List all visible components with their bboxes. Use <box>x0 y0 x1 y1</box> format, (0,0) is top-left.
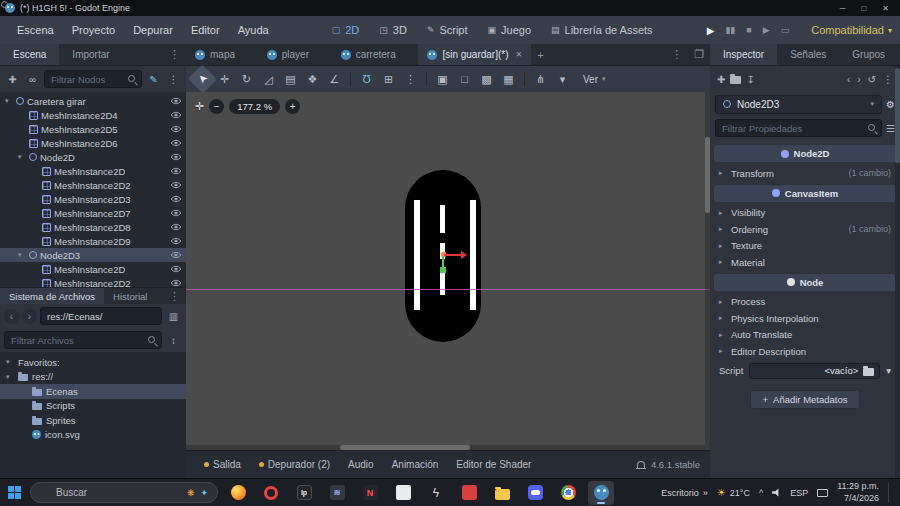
menu-ayuda[interactable]: Ayuda <box>229 22 278 38</box>
filesystem-item[interactable]: ▾ res:// <box>0 370 186 385</box>
expand-arrow-icon[interactable]: ▾ <box>6 373 14 381</box>
category-node[interactable]: ▸ Node <box>714 274 896 291</box>
inspector-menu-icon[interactable]: ⋮ <box>883 74 893 85</box>
close-tab-icon[interactable]: ✕ <box>516 50 523 59</box>
history-back-icon[interactable]: ‹ <box>847 74 850 85</box>
add-node-icon[interactable]: ✚ <box>4 70 21 88</box>
expand-viewport-icon[interactable]: ❐ <box>688 44 710 65</box>
viewport-canvas[interactable]: ✛ − 177.2 % + <box>186 92 710 450</box>
expand-arrow-icon[interactable]: ▾ <box>18 153 26 161</box>
scene-tabs-menu-icon[interactable]: ⋮ <box>665 44 688 65</box>
category-node2d[interactable]: ▸ Node2D <box>714 145 896 162</box>
inspector-scrollbar[interactable] <box>895 66 900 478</box>
script-value-dropdown[interactable]: <vacío> <box>749 363 880 379</box>
visibility-eye-icon[interactable] <box>170 265 182 273</box>
filesystem-menu-icon[interactable]: ⋮ <box>163 288 186 304</box>
taskbar-app-tool[interactable]: ϟ <box>423 481 449 505</box>
expand-arrow-icon[interactable]: ▸ <box>719 258 726 266</box>
taskbar-app-lp[interactable]: lp <box>291 481 317 505</box>
left-dock-menu-icon[interactable]: ⋮ <box>163 44 186 65</box>
list-select-tool-icon[interactable]: ▤ <box>280 69 301 89</box>
scrollbar-thumb[interactable] <box>340 445 470 450</box>
scene-tree-node[interactable]: ▾ MeshInstance2D7 <box>0 206 186 220</box>
start-button[interactable] <box>6 484 23 501</box>
taskbar-search[interactable]: ❋ ✦ <box>30 482 218 503</box>
new-scene-tab-button[interactable]: + <box>531 44 549 65</box>
section-ordering[interactable]: ▸ Ordering (1 cambio) <box>710 221 900 238</box>
panel-depurador[interactable]: Depurador (2) <box>251 459 338 470</box>
filter-properties-input[interactable] <box>715 119 882 137</box>
panel-audio[interactable]: Audio <box>340 459 382 470</box>
visibility-eye-icon[interactable] <box>170 111 182 119</box>
chevron-down-icon[interactable]: ▾ <box>886 365 891 376</box>
snap-options-icon[interactable]: ⋮ <box>400 69 421 89</box>
section-physics-interpolation[interactable]: ▸ Physics Interpolation <box>710 310 900 327</box>
add-metadata-button[interactable]: + Añadir Metadatos <box>750 390 859 409</box>
nav-back-icon[interactable]: ‹ <box>4 309 19 324</box>
move-tool-icon[interactable]: ✛ <box>214 69 235 89</box>
load-script-icon[interactable] <box>863 368 874 376</box>
scene-tree-node[interactable]: ▾ MeshInstance2D8 <box>0 220 186 234</box>
grid-snap-icon[interactable]: ⊞ <box>378 69 399 89</box>
minimize-button[interactable]: ─ <box>840 4 846 13</box>
show-desktop-button[interactable] <box>888 483 892 503</box>
visibility-eye-icon[interactable] <box>170 279 182 287</box>
section-editor-description[interactable]: ▸ Editor Description <box>710 343 900 360</box>
section-transform[interactable]: ▸ Transform (1 cambio) <box>710 165 900 182</box>
tab-inspector[interactable]: Inspector <box>710 44 777 65</box>
panel-editor-de-shader[interactable]: Editor de Shader <box>448 459 539 470</box>
scene-tree-node[interactable]: ▾ MeshInstance2D4 <box>0 108 186 122</box>
section-material[interactable]: ▸ Material <box>710 254 900 271</box>
history-icon[interactable]: ↺ <box>868 74 876 85</box>
panel-salida[interactable]: Salida <box>196 459 249 470</box>
workspace-juego[interactable]: ▣ Juego <box>478 21 542 39</box>
view-menu-button[interactable]: Ver ▾ <box>574 74 615 85</box>
tab-importar[interactable]: Importar <box>59 44 122 65</box>
visibility-eye-icon[interactable] <box>170 181 182 189</box>
visibility-eye-icon[interactable] <box>170 251 182 259</box>
movie-mode-button[interactable]: ▭ <box>781 25 790 35</box>
filesystem-item[interactable]: ▾ Scripts <box>0 399 186 414</box>
scene-tree-node[interactable]: ▾ Node2D3 <box>0 248 186 262</box>
desktops-button[interactable]: Escritorio » <box>661 488 708 498</box>
zoom-out-button[interactable]: − <box>209 99 224 114</box>
section-auto-translate[interactable]: ▸ Auto Translate <box>710 327 900 344</box>
taskbar-app-opera[interactable] <box>258 481 284 505</box>
filter-files-input[interactable] <box>4 331 162 349</box>
tab-sistema-de-archivos[interactable]: Sistema de Archivos <box>0 288 104 304</box>
expand-arrow-icon[interactable]: ▸ <box>719 347 726 355</box>
gizmo-x-axis[interactable] <box>444 254 461 256</box>
pan-tool-icon[interactable]: ❖ <box>302 69 323 89</box>
pause-button[interactable]: ▮▮ <box>725 25 735 35</box>
taskbar-app-docs[interactable] <box>390 481 416 505</box>
hidden-icons-chevron[interactable]: ^ <box>759 488 763 498</box>
language-indicator[interactable]: ESP <box>790 488 808 498</box>
workspace-script[interactable]: ✎ Script <box>417 21 478 39</box>
sort-files-icon[interactable]: ↕ <box>165 331 182 349</box>
tab-grupos[interactable]: Grupos <box>839 44 898 65</box>
zoom-in-button[interactable]: + <box>285 99 300 114</box>
lock-icon[interactable]: ▣ <box>432 69 453 89</box>
taskbar-search-input[interactable] <box>56 487 181 498</box>
smart-snap-icon[interactable]: Ω <box>356 69 377 89</box>
select-tool-icon[interactable]: ➤ <box>188 65 217 94</box>
expand-arrow-icon[interactable]: ▸ <box>719 225 726 233</box>
attach-script-icon[interactable]: ✎ <box>145 70 162 88</box>
scene-tree-node[interactable]: ▾ MeshInstance2D9 <box>0 234 186 248</box>
visibility-eye-icon[interactable] <box>170 223 182 231</box>
expand-arrow-icon[interactable]: ▸ <box>719 209 726 217</box>
scene-tree-node[interactable]: ▾ MeshInstance2D2 <box>0 178 186 192</box>
scene-tree-node[interactable]: ▾ MeshInstance2D <box>0 164 186 178</box>
new-resource-icon[interactable]: ✚ <box>717 74 725 85</box>
filter-options-icon[interactable]: ☰ <box>886 123 895 134</box>
gizmo-y-handle[interactable] <box>440 267 446 273</box>
section-texture[interactable]: ▸ Texture <box>710 238 900 255</box>
notifications-bell-icon[interactable] <box>637 461 645 468</box>
current-path[interactable]: res://Ecenas/ <box>40 307 162 325</box>
taskbar-app-red[interactable] <box>456 481 482 505</box>
scene-tree-node[interactable]: ▾ MeshInstance2D3 <box>0 192 186 206</box>
expand-arrow-icon[interactable]: ▾ <box>5 97 13 105</box>
play-scene-button[interactable]: ▶ <box>763 25 770 35</box>
weather-widget[interactable]: ☀ 21°C <box>717 487 750 498</box>
filesystem-item[interactable]: ▾ Sprites <box>0 413 186 428</box>
